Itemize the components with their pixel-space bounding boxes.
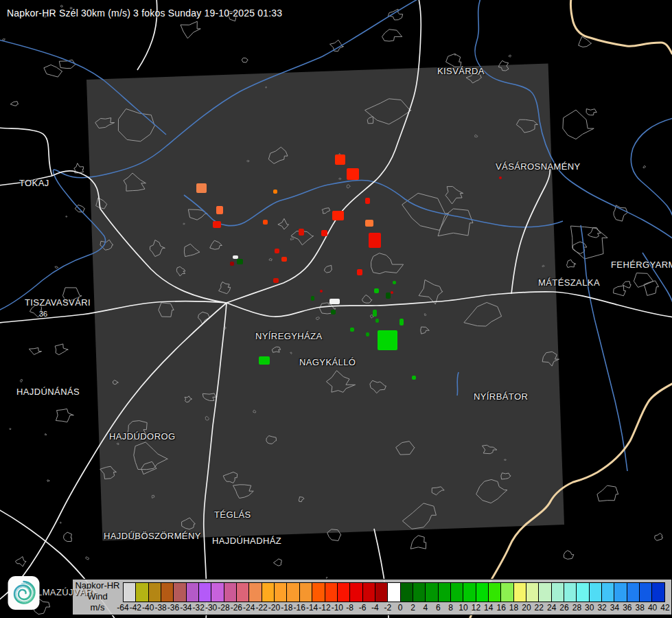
radar-echo bbox=[275, 249, 279, 253]
legend-tick: -6 bbox=[359, 603, 367, 613]
settlement-outline bbox=[563, 110, 594, 139]
legend-tick: -20 bbox=[268, 603, 280, 613]
legend-color-cell bbox=[577, 582, 589, 602]
city-label: NAGYKÁLLÓ bbox=[299, 357, 356, 367]
radar-echo bbox=[391, 291, 393, 294]
settlement-outline bbox=[60, 5, 62, 7]
legend-color-cell bbox=[501, 582, 513, 602]
city-label: TOKAJ bbox=[19, 178, 49, 188]
settlement-outline bbox=[273, 559, 281, 566]
radar-echo bbox=[412, 376, 416, 380]
city-label: HAJDÚBÖSZÖRMÉNY bbox=[104, 531, 201, 541]
city-label: KISVÁRDA bbox=[437, 66, 485, 76]
legend-tick: -30 bbox=[205, 603, 217, 613]
city-label: MÁTÉSZALKA bbox=[538, 277, 600, 288]
legend-color-cell bbox=[375, 582, 388, 602]
radar-echo bbox=[216, 206, 223, 214]
radar-echo bbox=[350, 328, 354, 332]
legend-tick: -34 bbox=[180, 603, 192, 613]
radar-logo bbox=[8, 575, 40, 610]
legend-tick: 24 bbox=[547, 603, 556, 613]
legend-tick: 36 bbox=[623, 603, 632, 613]
radar-echo bbox=[321, 230, 327, 236]
settlement-outline bbox=[643, 166, 646, 168]
legend-tick: 12 bbox=[472, 603, 480, 613]
radar-echo bbox=[375, 319, 379, 323]
radar-echo bbox=[273, 278, 279, 283]
legend-tick: -8 bbox=[346, 603, 354, 613]
legend-tick: 42 bbox=[660, 603, 669, 613]
legend-color-cell bbox=[426, 582, 438, 602]
country-border-line bbox=[570, 0, 672, 54]
legend-tick: 4 bbox=[424, 603, 428, 613]
legend-color-cell bbox=[287, 582, 299, 602]
legend-color-cell bbox=[161, 582, 174, 602]
legend-tick: -4 bbox=[371, 603, 379, 613]
legend-tick: 2 bbox=[410, 603, 415, 613]
legend-color-cell bbox=[627, 582, 640, 602]
legend-tick-labels: -64-42-40-38-36-34-32-30-28-26-24-22-20-… bbox=[123, 602, 665, 614]
legend-color-cell bbox=[187, 582, 199, 602]
settlement-outline bbox=[10, 102, 18, 106]
settlement-outline bbox=[634, 273, 653, 288]
radar-echo bbox=[230, 262, 234, 266]
legend-color-cell bbox=[237, 582, 249, 602]
radar-echo bbox=[386, 293, 391, 299]
legend-color-cell bbox=[463, 582, 476, 602]
legend-color-cell bbox=[338, 582, 350, 602]
settlement-outline bbox=[20, 380, 22, 382]
radar-echo bbox=[233, 255, 238, 259]
radar-echo bbox=[357, 269, 362, 275]
radar-echo bbox=[373, 310, 377, 317]
radar-echo bbox=[393, 281, 396, 284]
legend-tick: -12 bbox=[318, 603, 330, 613]
legend-tick: 0 bbox=[398, 603, 403, 613]
legend-tick: 20 bbox=[522, 603, 531, 613]
legend-tick: 26 bbox=[559, 603, 568, 613]
legend-color-cell bbox=[275, 582, 287, 602]
settlement-outline bbox=[567, 260, 577, 267]
settlement-outline bbox=[47, 480, 49, 482]
settlement-outline bbox=[597, 485, 618, 501]
legend-tick: -18 bbox=[281, 603, 292, 613]
settlement-outline bbox=[410, 536, 426, 549]
settlement-outline bbox=[614, 286, 626, 296]
legend-color-cell bbox=[552, 582, 564, 602]
settlement-outline bbox=[60, 522, 62, 523]
radar-echo bbox=[320, 290, 323, 293]
legend-tick: -32 bbox=[193, 603, 205, 613]
legend-color-cell bbox=[564, 582, 577, 602]
settlement-outline bbox=[66, 216, 67, 218]
legend-tick: 6 bbox=[436, 603, 441, 613]
road-number-label: 36 bbox=[39, 310, 47, 318]
legend-tick: -38 bbox=[154, 603, 166, 613]
legend-tick: -26 bbox=[231, 603, 242, 613]
legend-color-cell bbox=[174, 582, 186, 602]
radar-echo bbox=[499, 176, 502, 179]
legend-tick: -42 bbox=[130, 603, 141, 613]
radar-echo bbox=[213, 221, 221, 228]
legend-color-cell bbox=[614, 582, 627, 602]
radar-echo bbox=[273, 190, 277, 194]
legend-tick: 16 bbox=[496, 603, 505, 613]
legend-color-cell bbox=[136, 582, 148, 602]
legend-unit-label: m/s bbox=[73, 602, 122, 613]
radar-echo bbox=[281, 257, 287, 262]
legend-color-cell bbox=[539, 582, 551, 602]
city-label: TÉGLÁS bbox=[214, 510, 251, 520]
legend-color-cell bbox=[312, 582, 325, 602]
radar-echo bbox=[369, 233, 381, 248]
settlement-outline bbox=[655, 534, 663, 541]
legend-tick: -28 bbox=[218, 603, 229, 613]
radar-echo bbox=[196, 183, 207, 193]
legend-tick: 22 bbox=[535, 603, 544, 613]
legend-color-cell bbox=[514, 582, 526, 602]
legend-tick: 30 bbox=[585, 603, 594, 613]
settlement-outline bbox=[45, 434, 47, 435]
radar-echo bbox=[331, 310, 336, 314]
city-label: VÁSÁROSNAMÉNY bbox=[496, 161, 581, 172]
settlement-outline bbox=[56, 409, 73, 422]
city-label: HAJDÚNÁNÁS bbox=[16, 387, 80, 397]
legend-panel: Napkor-HR Wind m/s -64-42-40-38-36-34-32… bbox=[72, 579, 672, 615]
settlement-outline bbox=[86, 557, 89, 560]
